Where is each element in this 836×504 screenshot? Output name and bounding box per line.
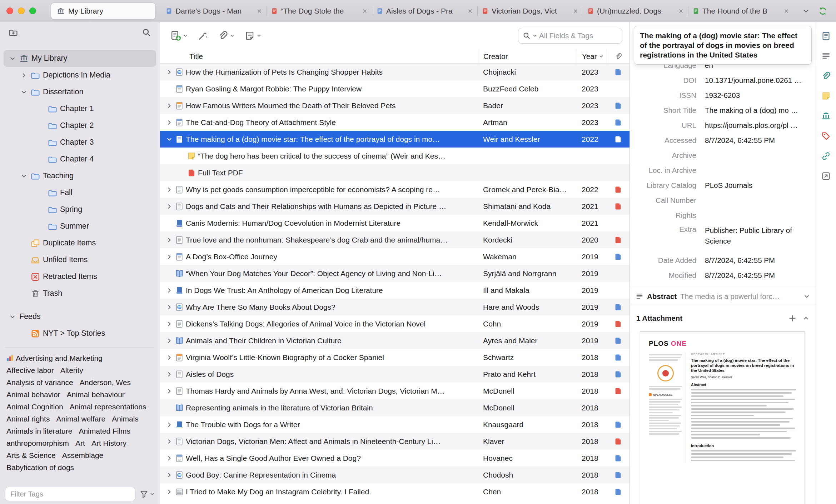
chevron-right-icon[interactable] [166, 103, 173, 109]
item-row[interactable]: Why Are There So Many Books About Dogs?H… [160, 299, 630, 315]
item-row[interactable]: The Cat-and-Dog Theory of Attachment Sty… [160, 114, 630, 131]
field-short-title[interactable]: Short TitleThe making of a (dog) mo … [630, 103, 816, 118]
tag-babyfication-of-dogs[interactable]: Babyfication of dogs [6, 461, 74, 474]
close-icon[interactable] [467, 8, 473, 14]
chevron-right-icon[interactable] [166, 119, 173, 126]
tags-pane-icon[interactable] [821, 131, 831, 141]
close-window-button[interactable] [6, 8, 13, 14]
tag-filter-input[interactable] [5, 487, 135, 501]
field-call-number[interactable]: Call Number [630, 193, 816, 208]
item-row[interactable]: Canis Modernis: Human/Dog Coevolution in… [160, 215, 630, 231]
chevron-right-icon[interactable] [166, 321, 173, 327]
chevron-right-icon[interactable] [166, 354, 173, 361]
chevron-right-icon[interactable] [166, 455, 173, 461]
sidebar-item-fall[interactable]: Fall [4, 184, 156, 201]
chevron-down-icon[interactable] [9, 314, 16, 320]
tag-animals[interactable]: Animals [112, 413, 139, 425]
chevron-right-icon[interactable] [166, 69, 173, 75]
item-row[interactable]: Why is pet goods consumption imperceptib… [160, 181, 630, 198]
sidebar-item-trash[interactable]: Trash [4, 285, 156, 302]
tag-affective-labor[interactable]: Affective labor [6, 364, 54, 376]
field-library-catalog[interactable]: Library CatalogPLoS Journals [630, 178, 816, 193]
chevron-right-icon[interactable] [166, 287, 173, 294]
sidebar-item-chapter-4[interactable]: Chapter 4 [4, 151, 156, 168]
tab-aisles-of-dogs-pra[interactable]: Aisles of Dogs - Pra [372, 0, 477, 22]
field-value[interactable]: 10.1371/journal.pone.0261 … [705, 76, 810, 85]
chevron-right-icon[interactable] [166, 489, 173, 495]
column-title[interactable]: Title [160, 49, 478, 63]
attachment-row[interactable]: Full Text PDF [160, 164, 630, 181]
item-row[interactable]: Ryan Gosling & Margot Robbie: The Puppy … [160, 80, 630, 97]
item-row[interactable]: The Trouble with Dogs for a WriterKnausg… [160, 416, 630, 433]
field-issn[interactable]: ISSN1932-6203 [630, 88, 816, 103]
field-accessed[interactable]: Accessed8/7/2024, 6:42:55 PM [630, 133, 816, 148]
item-row[interactable]: Animals and Their Children in Victorian … [160, 332, 630, 349]
notes-pane-icon[interactable] [821, 91, 831, 101]
field-value[interactable]: 8/7/2024, 6:42:55 PM [705, 256, 810, 265]
tag-art[interactable]: Art [75, 437, 85, 449]
sidebar-item-chapter-1[interactable]: Chapter 1 [4, 100, 156, 117]
add-attachment-button[interactable] [215, 28, 238, 44]
field-extra[interactable]: ExtraPublisher: Public Library of Scienc… [630, 223, 816, 253]
field-date-added[interactable]: Date Added8/7/2024, 6:42:55 PM [630, 253, 816, 268]
tag-alterity[interactable]: Alterity [60, 364, 83, 376]
tag-advertising-and-marketing[interactable]: Advertising and Marketing [6, 352, 103, 364]
chevron-down-icon[interactable] [21, 89, 27, 95]
chevron-right-icon[interactable] [166, 254, 173, 260]
info-pane-icon[interactable] [821, 31, 831, 41]
item-row[interactable]: Well, Has a Single Good Author Ever Owne… [160, 450, 630, 466]
item-row[interactable]: Good Boy: Canine Representation in Cinem… [160, 466, 630, 483]
item-row[interactable]: Virginia Woolf’s Little-Known Biography … [160, 349, 630, 366]
field-value[interactable]: https://journals.plos.org/pl … [705, 121, 810, 130]
chevron-right-icon[interactable] [166, 186, 173, 193]
sidebar-item-dissertation[interactable]: Dissertation [4, 84, 156, 100]
related-pane-icon[interactable] [821, 151, 831, 161]
tag-animal-cognition[interactable]: Animal Cognition [6, 401, 63, 413]
item-row[interactable]: Victorian Dogs, Victorian Men: Affect an… [160, 433, 630, 450]
tag-animal-representations[interactable]: Animal representations [70, 401, 146, 413]
field-value[interactable]: The making of a (dog) mo … [705, 106, 810, 115]
abstract-pane-icon[interactable] [821, 51, 831, 61]
tabs-menu-icon[interactable] [802, 8, 810, 15]
tab-the-hound-of-the-b[interactable]: The Hound of the B [688, 0, 793, 22]
chevron-right-icon[interactable] [21, 72, 27, 79]
item-row[interactable]: Aisles of DogsPrato and Kehrt2018 [160, 366, 630, 383]
field-value[interactable]: 1932-6203 [705, 91, 810, 100]
locate-pane-icon[interactable] [821, 171, 831, 181]
tag-filter-options[interactable] [140, 490, 155, 498]
libraries-pane-icon[interactable] [821, 111, 831, 121]
new-collection-icon[interactable] [9, 28, 18, 37]
abstract-section[interactable]: Abstract The media is a powerful forc… [630, 288, 816, 305]
field-archive[interactable]: Archive [630, 148, 816, 163]
tag-animal-behavior[interactable]: Animal behavior [6, 389, 60, 401]
chevron-right-icon[interactable] [166, 237, 173, 243]
sidebar-item-unfiled-items[interactable]: Unfiled Items [4, 251, 156, 268]
field-value[interactable]: Publisher: Public Library of Science [705, 225, 810, 246]
item-row[interactable]: Thomas Hardy and Animals by Anna West, a… [160, 383, 630, 399]
sidebar-item-depictions-in-media[interactable]: Depictions In Media [4, 67, 156, 84]
close-icon[interactable] [783, 8, 789, 14]
sidebar-item-spring[interactable]: Spring [4, 201, 156, 218]
chevron-right-icon[interactable] [166, 338, 173, 344]
sidebar-item-summer[interactable]: Summer [4, 218, 156, 235]
new-note-button[interactable] [242, 28, 265, 44]
field-value[interactable]: PLoS Journals [705, 181, 810, 190]
item-row[interactable]: In Dogs We Trust: An Anthology of Americ… [160, 282, 630, 299]
chevron-down-icon[interactable] [21, 173, 27, 179]
item-row[interactable]: A Dog’s Box-Office JourneyWakeman2019 [160, 248, 630, 265]
close-icon[interactable] [678, 8, 684, 14]
tag-analysis-of-variance[interactable]: Analysis of variance [6, 376, 73, 389]
item-row[interactable]: The making of a (dog) movie star: The ef… [160, 131, 630, 148]
chevron-right-icon[interactable] [166, 438, 173, 445]
field-modified[interactable]: Modified8/7/2024, 6:42:55 PM [630, 268, 816, 283]
chevron-right-icon[interactable] [166, 472, 173, 478]
search-input[interactable]: All Fields & Tags [518, 28, 622, 44]
tag-animals-in-literature[interactable]: Animals in literature [6, 425, 72, 437]
item-row[interactable]: Dickens’s Talking Dogs: Allegories of An… [160, 315, 630, 332]
sidebar-item-teaching[interactable]: Teaching [4, 168, 156, 184]
chevron-down-icon[interactable] [803, 293, 810, 300]
chevron-down-icon[interactable] [9, 55, 16, 62]
chevron-up-icon[interactable] [803, 315, 809, 321]
chevron-right-icon[interactable] [166, 203, 173, 210]
zoom-window-button[interactable] [29, 8, 36, 14]
